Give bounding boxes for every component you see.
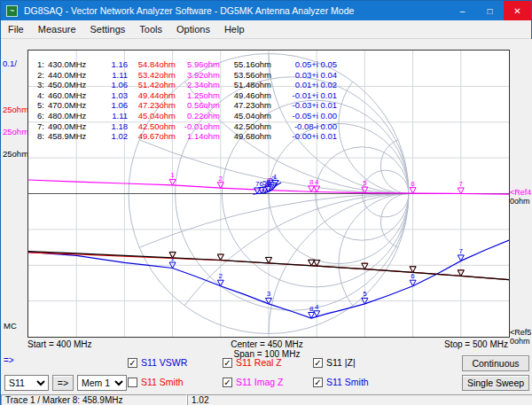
marker-cell-smith: -0.01+i 0.01 [271,90,337,101]
checkbox-box[interactable]: ✓ [223,378,232,387]
marker-cell-real_z: 49.67ohm [128,131,176,142]
memory-select[interactable]: Mem 1 [77,375,127,391]
marker-cell-freq: 480.0MHz [48,111,101,121]
continuous-button[interactable]: Continuous [462,355,529,371]
center-freq-label: Center = 450 MHz Span = 100 MHz [205,339,329,359]
marker-cell-n: 6: [32,111,44,121]
marker-cell-imag_z: 3.92ohm [176,70,220,81]
status-trace-marker: Trace 1 / Marker 8: 458.9MHz [1,394,187,405]
marker-cell-freq: 440.0MHz [48,70,101,81]
checkbox-s11-smith-red[interactable]: S11 Smith [128,377,184,387]
svg-text:4: 4 [315,303,319,311]
checkbox-label: S11 Smith [141,377,184,387]
memory-store-button[interactable]: => [52,375,74,391]
ref4-name: <Ref4 [510,188,531,197]
checkbox-box[interactable] [128,378,137,387]
marker-cell-n: 8: [32,131,44,142]
plot-area[interactable]: 123456781234567812345678 1:430.0MHz1.165… [27,50,510,338]
svg-text:7: 7 [255,180,260,188]
checkbox-box[interactable]: ✓ [128,358,137,368]
maximize-button[interactable]: □ [476,1,504,20]
titlebar: ~ DG8SAQ - Vector Network Analyzer Softw… [1,1,531,20]
checkbox-s11-absz[interactable]: ✓S11 |Z| [313,357,356,368]
app-window: ~ DG8SAQ - Vector Network Analyzer Softw… [0,0,532,405]
window-controls: – □ ✕ [449,1,531,20]
checkbox-box[interactable]: ✓ [313,378,323,387]
workspace: 0.1/ 25ohm/ 25ohm/ 25ohm MC => 123456781… [1,39,532,393]
svg-text:7: 7 [459,180,464,188]
marker-cell-freq: 470.0MHz [48,100,101,111]
svg-text:3: 3 [267,290,271,298]
menu-help[interactable]: Help [217,21,252,37]
marker-table-row: 3:450.0MHz1.0651.42ohm2.34ohm51.48ohm0.0… [32,80,337,90]
menu-options[interactable]: Options [169,21,217,37]
marker-table-row: 1:430.0MHz1.1654.84ohm5.96ohm55.16ohm0.0… [32,59,337,70]
marker-cell-imag_z: -0.01ohm [176,121,220,132]
marker-cell-vswr: 1.11 [101,111,128,121]
marker-cell-imag_z: 1.14ohm [176,131,220,142]
ref5-name: <Ref5 [510,328,531,337]
trace-select[interactable]: S11 [4,375,49,391]
ref4-label: <Ref40ohm [510,188,532,206]
realz-scale-label: 25ohm/ [3,105,31,114]
marker-cell-z: 47.23ohm [220,100,271,111]
marker-table-row: 4:460.0MHz1.0349.44ohm1.25ohm49.46ohm-0.… [32,90,337,101]
marker-cell-vswr: 1.06 [101,100,128,111]
checkbox-label: S11 Real Z [236,357,282,368]
marker-cell-real_z: 47.23ohm [128,100,176,111]
marker-cell-real_z: 53.42ohm [128,70,176,81]
marker-cell-n: 7: [32,121,44,132]
menu-file[interactable]: File [1,21,31,37]
svg-text:4: 4 [315,178,319,186]
svg-text:5: 5 [363,290,367,298]
marker-cell-z: 42.50ohm [220,121,271,132]
close-button[interactable]: ✕ [504,1,531,20]
window-title: DG8SAQ - Vector Network Analyzer Softwar… [24,5,354,16]
status-value: 1.02 [187,394,532,405]
marker-cell-smith: 0.01+i 0.02 [271,80,337,90]
z-scale-label: 25ohm [3,149,28,159]
svg-text:7: 7 [459,247,464,255]
marker-cell-vswr: 1.16 [101,59,128,70]
svg-text:5: 5 [363,179,367,187]
ref4-value: 0ohm [510,197,530,206]
center-freq-text: Center = 450 MHz [205,339,329,349]
start-freq-label: Start = 400 MHz [27,339,92,349]
marker-table-row: 8:458.9MHz1.0249.67ohm1.14ohm49.68ohm-0.… [32,131,337,142]
svg-text:2: 2 [219,175,223,183]
marker-cell-n: 5: [32,100,44,111]
marker-cell-imag_z: 0.56ohm [176,100,220,111]
marker-cell-imag_z: 2.34ohm [176,80,220,90]
checkbox-s11-imagz[interactable]: ✓S11 Imag Z [223,377,284,387]
svg-text:8: 8 [309,178,314,186]
marker-cell-z: 49.46ohm [220,90,271,101]
checkbox-s11-realz[interactable]: ✓S11 Real Z [223,357,282,368]
svg-text:8: 8 [266,178,270,186]
marker-cell-smith: 0.05+i 0.05 [271,59,337,70]
checkbox-box[interactable]: ✓ [313,358,323,368]
marker-cell-freq: 458.9MHz [48,131,101,142]
marker-cell-real_z: 51.42ohm [128,80,176,90]
marker-cell-smith: -0.03+i 0.01 [271,100,337,111]
marker-cell-n: 4: [32,90,44,101]
svg-text:8: 8 [309,305,314,313]
marker-cell-vswr: 1.18 [101,121,128,132]
single-sweep-button[interactable]: Single Sweep [462,375,529,391]
marker-cell-z: 53.56ohm [220,70,271,81]
menu-measure[interactable]: Measure [31,21,83,37]
app-icon: ~ [6,5,18,17]
menu-settings[interactable]: Settings [83,21,133,37]
marker-cell-z: 55.16ohm [220,59,271,70]
menu-tools[interactable]: Tools [132,21,169,37]
statusbar: Trace 1 / Marker 8: 458.9MHz 1.02 [1,393,532,405]
svg-text:2: 2 [219,272,223,280]
marker-cell-smith: -0.05+i 0.00 [271,111,337,121]
minimize-button[interactable]: – [449,1,476,20]
checkbox-s11-smith-blue[interactable]: ✓S11 Smith [313,377,369,387]
marker-cell-imag_z: 5.96ohm [176,59,220,70]
checkbox-box[interactable]: ✓ [223,358,232,368]
checkbox-s11-vswr[interactable]: ✓S11 VSWR [128,357,187,368]
marker-cell-smith: -0.00+i 0.01 [271,131,337,142]
marker-cell-vswr: 1.11 [101,70,128,81]
marker-table-row: 5:470.0MHz1.0647.23ohm0.56ohm47.23ohm-0.… [32,100,337,111]
